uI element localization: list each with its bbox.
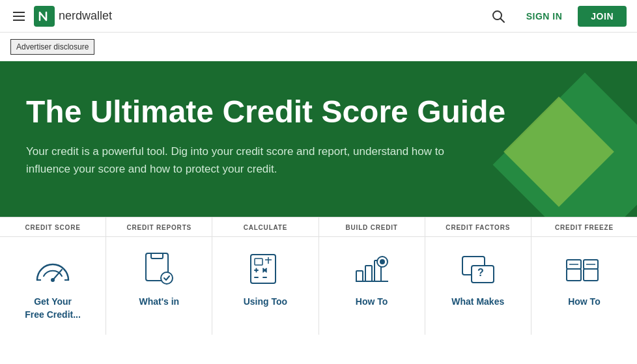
card-calculate[interactable]: CALCULATE (212, 217, 318, 335)
card-build-credit[interactable]: BUILD CREDIT How To (319, 217, 425, 335)
card-credit-factors[interactable]: CREDIT FACTORS ? What Makes (425, 217, 531, 335)
card-credit-freeze[interactable]: CREDIT FREEZE How To (531, 217, 637, 335)
svg-line-1 (500, 18, 504, 22)
cards-container: CREDIT SCORE Get YourFree Credit... CR (0, 217, 637, 335)
card-body-calculate: Using Too (237, 237, 294, 335)
card-label-credit-reports: CREDIT REPORTS (106, 217, 212, 237)
card-label-build-credit: BUILD CREDIT (319, 217, 425, 237)
search-icon (491, 9, 505, 23)
report-icon (139, 250, 178, 289)
hamburger-menu[interactable] (10, 9, 27, 23)
header-right: SIGN IN JOIN (486, 4, 627, 29)
card-text-credit-score: Get YourFree Credit... (25, 296, 81, 321)
svg-point-3 (51, 278, 55, 282)
card-text-credit-freeze: How To (568, 296, 601, 309)
card-label-credit-factors: CREDIT FACTORS (425, 217, 531, 237)
advertiser-bar: Advertiser disclosure (0, 33, 637, 61)
svg-point-7 (161, 272, 173, 284)
gauge-icon (33, 250, 72, 289)
svg-rect-31 (584, 269, 598, 281)
card-body-build-credit: How To (346, 237, 398, 335)
svg-rect-19 (356, 271, 363, 281)
logo[interactable]: nerdwallet (34, 6, 112, 27)
calculator-icon (246, 250, 285, 289)
card-body-credit-reports: What's in (132, 237, 186, 335)
card-label-calculate: CALCULATE (212, 217, 318, 237)
freeze-icon (565, 250, 604, 289)
svg-rect-9 (255, 259, 262, 265)
svg-text:?: ? (477, 267, 484, 278)
svg-point-23 (380, 259, 385, 264)
header-left: nerdwallet (10, 6, 486, 27)
join-button[interactable]: JOIN (578, 6, 627, 27)
card-label-credit-score: CREDIT SCORE (0, 217, 106, 237)
card-label-credit-freeze: CREDIT FREEZE (531, 217, 637, 237)
search-button[interactable] (486, 4, 511, 29)
card-text-calculate: Using Too (244, 296, 287, 309)
sign-in-button[interactable]: SIGN IN (516, 6, 573, 27)
logo-text: nerdwallet (59, 9, 112, 23)
factors-icon: ? (459, 250, 498, 289)
hero-subtitle: Your credit is a powerful tool. Dig into… (26, 143, 482, 178)
svg-rect-29 (567, 269, 581, 281)
hero-section: The Ultimate Credit Score Guide Your cre… (0, 61, 637, 217)
cards-section: CREDIT SCORE Get YourFree Credit... CR (0, 217, 637, 335)
card-credit-score[interactable]: CREDIT SCORE Get YourFree Credit... (0, 217, 106, 335)
card-text-build-credit: How To (356, 296, 388, 309)
header: nerdwallet SIGN IN JOIN (0, 0, 637, 33)
hero-title: The Ultimate Credit Score Guide (26, 94, 515, 130)
advertiser-disclosure-button[interactable]: Advertiser disclosure (10, 39, 94, 55)
card-body-credit-freeze: How To (558, 237, 610, 335)
svg-rect-20 (365, 266, 372, 281)
card-text-credit-reports: What's in (139, 296, 179, 309)
card-body-credit-factors: ? What Makes (445, 237, 511, 335)
card-text-credit-factors: What Makes (451, 296, 504, 309)
logo-icon (34, 6, 55, 27)
card-body-credit-score: Get YourFree Credit... (18, 237, 87, 335)
card-credit-reports[interactable]: CREDIT REPORTS What's in (106, 217, 212, 335)
chart-icon (352, 250, 391, 289)
